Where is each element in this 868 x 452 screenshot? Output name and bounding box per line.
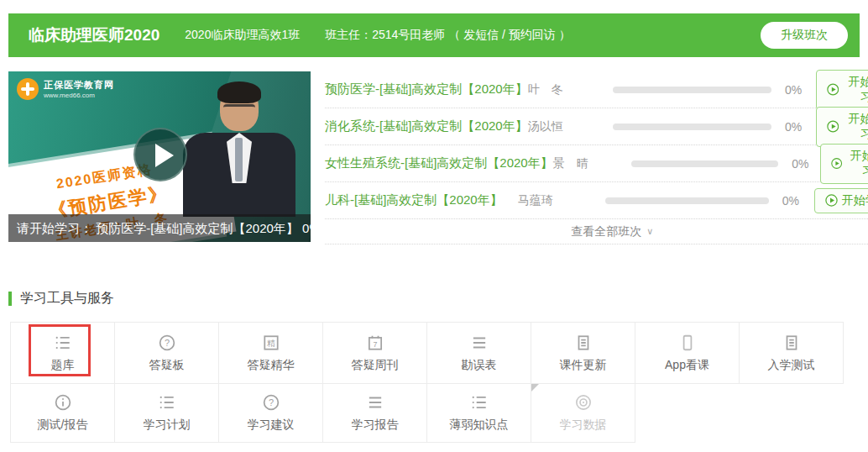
list-icon: [54, 334, 72, 352]
tool-study-plan[interactable]: 学习计划: [115, 384, 219, 443]
tool-label: 学习建议: [248, 418, 295, 433]
tool-label: App看课: [665, 358, 709, 373]
tool-app-study[interactable]: App看课: [635, 323, 740, 384]
upgrade-class-button[interactable]: 升级班次: [761, 22, 848, 49]
course-title-link[interactable]: 儿科-[基础]高效定制【2020年】: [325, 192, 518, 208]
info-circle-icon: [54, 393, 72, 412]
tool-label: 学习计划: [144, 418, 191, 433]
paren-close: ）: [559, 28, 571, 41]
course-row: 儿科-[基础]高效定制【2020年】 马蕴琦 0% 开始学习: [325, 182, 868, 219]
logo-name: 正保医学教育网: [44, 79, 114, 92]
progress-percent: 0%: [785, 83, 816, 97]
question-circle-icon: ?: [158, 334, 176, 352]
svg-text:?: ?: [268, 397, 273, 407]
tool-label: 测试/报告: [38, 418, 88, 433]
menu-lines-icon: [470, 334, 489, 352]
tool-study-advice[interactable]: ? 学习建议: [219, 384, 323, 443]
progress-percent: 0%: [792, 157, 820, 171]
send-sms-link[interactable]: 发短信: [463, 28, 499, 41]
tool-label: 学习报告: [352, 418, 399, 433]
play-circle-icon: [825, 194, 838, 207]
start-learning-button[interactable]: 开始学习: [816, 70, 868, 110]
play-circle-icon: [827, 83, 839, 96]
start-learning-button[interactable]: 开始学习: [814, 188, 868, 213]
teacher-name: 景 晴: [553, 156, 631, 171]
tool-label: 课件更新: [560, 358, 607, 373]
tool-entrance-test[interactable]: 入学测试: [740, 323, 844, 384]
course-title-link[interactable]: 女性生殖系统-[基础]高效定制【2020年】: [325, 155, 553, 171]
section-accent-bar: [8, 292, 12, 306]
tool-label: 入学测试: [768, 358, 815, 373]
tool-label: 薄弱知识点: [450, 418, 509, 433]
menu-lines-icon: [366, 393, 384, 412]
svg-text:?: ?: [164, 338, 169, 348]
progress-bar: [631, 160, 778, 167]
progress-percent: 0%: [782, 194, 814, 208]
progress-percent: 0%: [785, 120, 816, 134]
tool-study-data[interactable]: 学习数据: [531, 384, 635, 443]
manager-label: 班主任：2514号田老师: [325, 28, 445, 41]
tools-grid: 题库 ? 答疑板 精 答疑精华 7 答疑周刊: [10, 322, 860, 443]
tool-qa-weekly[interactable]: 7 答疑周刊: [323, 323, 427, 384]
paren-open: （: [448, 28, 460, 41]
tool-label: 答疑精华: [248, 358, 295, 373]
teacher-name: 汤以恒: [528, 119, 613, 134]
phone-icon: [678, 334, 697, 352]
svg-text:精: 精: [267, 338, 275, 347]
logo-url: www.med66.com: [44, 92, 114, 99]
tool-study-report[interactable]: 学习报告: [323, 384, 427, 443]
tool-errata[interactable]: 勘误表: [427, 323, 531, 384]
course-row: 预防医学-[基础]高效定制【2020年】 叶 冬 0% 开始学习: [325, 71, 868, 108]
play-button[interactable]: [133, 128, 187, 181]
class-manager-info: 班主任：2514号田老师 （ 发短信 / 预约回访 ）: [325, 28, 571, 43]
video-status-bar: 请开始学习： 预防医学-[基础]高效定制【2020年】 0%: [8, 214, 311, 242]
play-circle-icon: [831, 157, 842, 170]
list-icon: [158, 393, 176, 412]
course-row: 消化系统-[基础]高效定制【2020年】 汤以恒 0% 开始学习: [325, 108, 868, 145]
target-icon: [574, 393, 593, 412]
course-row: 女性生殖系统-[基础]高效定制【2020年】 景 晴 0% 开始学习: [325, 145, 868, 182]
play-icon: [155, 144, 174, 167]
teacher-name: 叶 冬: [528, 82, 613, 97]
document-icon: [782, 334, 801, 352]
page-title: 临床助理医师2020: [29, 24, 159, 46]
tool-test-report[interactable]: 测试/报告: [11, 384, 115, 443]
start-learning-button[interactable]: 开始学习: [820, 144, 868, 184]
start-learning-button[interactable]: 开始学习: [816, 107, 868, 147]
progress-bar: [605, 197, 769, 204]
course-title-link[interactable]: 消化系统-[基础]高效定制【2020年】: [325, 118, 528, 134]
chevron-down-icon: ∨: [646, 226, 653, 237]
progress-bar: [613, 87, 771, 93]
course-list: 预防医学-[基础]高效定制【2020年】 叶 冬 0% 开始学习 消化系统-[基…: [325, 71, 868, 244]
calendar-icon: 7: [366, 334, 384, 352]
tool-label: 勘误表: [462, 358, 497, 373]
question-circle-icon: ?: [262, 393, 280, 412]
course-class-page: 临床助理医师2020 2020临床助理高效1班 班主任：2514号田老师 （ 发…: [8, 13, 860, 443]
tool-qa-digest[interactable]: 精 答疑精华: [219, 323, 323, 384]
course-title-link[interactable]: 预防医学-[基础]高效定制【2020年】: [325, 81, 528, 97]
appointment-callback-link[interactable]: 预约回访: [509, 28, 556, 41]
med66-logo-icon: [17, 78, 39, 100]
list-icon: [470, 393, 489, 412]
tool-question-bank[interactable]: 题库: [11, 323, 115, 384]
lecturer-photo: [173, 82, 307, 217]
view-all-classes-link[interactable]: 查看全部班次 ∨: [325, 219, 868, 244]
link-divider: /: [502, 28, 505, 41]
svg-text:7: 7: [373, 339, 377, 348]
tool-label: 学习数据: [560, 418, 607, 433]
tool-label: 题库: [51, 358, 75, 373]
play-circle-icon: [827, 120, 839, 133]
course-video-thumbnail[interactable]: 正保医学教育网 www.med66.com 2020医师资格 《预防医学》 主讲…: [8, 71, 311, 242]
corner-fold-marker: [531, 384, 539, 392]
digest-square-icon: 精: [262, 334, 280, 352]
document-icon: [574, 334, 593, 352]
tool-courseware-updates[interactable]: 课件更新: [531, 323, 635, 384]
class-header-bar: 临床助理医师2020 2020临床助理高效1班 班主任：2514号田老师 （ 发…: [8, 13, 860, 57]
med66-logo: 正保医学教育网 www.med66.com: [17, 78, 114, 100]
class-name: 2020临床助理高效1班: [185, 28, 300, 43]
tool-qa-board[interactable]: ? 答疑板: [115, 323, 219, 384]
tool-weak-points[interactable]: 薄弱知识点: [427, 384, 531, 443]
tools-section-header: 学习工具与服务: [8, 290, 860, 307]
progress-bar: [613, 124, 771, 130]
tool-label: 答疑周刊: [352, 358, 399, 373]
